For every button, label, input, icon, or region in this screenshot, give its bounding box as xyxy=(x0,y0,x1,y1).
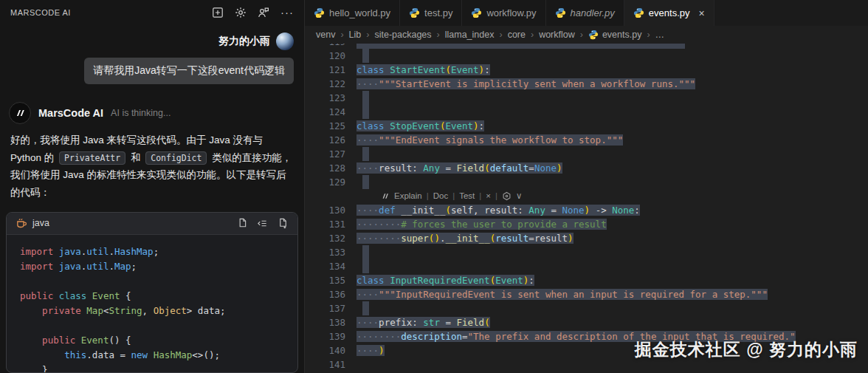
breadcrumb-item[interactable]: llama_index xyxy=(445,30,495,40)
token: ) xyxy=(479,64,485,75)
line-content: ········description="The prefix and desc… xyxy=(345,329,796,343)
new-file-icon[interactable] xyxy=(278,218,289,229)
line-content xyxy=(345,175,369,189)
line-content: ····"""EndEvent signals the workflow to … xyxy=(345,133,623,147)
user-display-name: 努力的小雨 xyxy=(218,35,270,48)
line-number: 134 xyxy=(305,259,345,273)
tab-workflow-py[interactable]: workflow.py xyxy=(462,0,545,26)
line-content: ····prefix: str = Field( xyxy=(345,315,490,329)
chat-panel-header: MARSCODE AI ··· xyxy=(0,0,304,25)
insert-at-cursor-icon[interactable] xyxy=(257,218,268,229)
marscode-chat-panel: MARSCODE AI ··· 努力的小雨 请帮我用Java转写一下这段even… xyxy=(0,0,305,373)
token: """InputRequiredEvent is sent when an in… xyxy=(379,289,768,300)
token xyxy=(20,335,42,346)
more-ellipsis-icon[interactable]: ··· xyxy=(280,9,294,16)
codelens-row: Explain|Doc|Test|×|∨ xyxy=(305,189,868,203)
breadcrumb-file[interactable]: events.py xyxy=(588,30,642,40)
code-line: } xyxy=(20,363,297,373)
token: util xyxy=(86,246,108,257)
line-number: 135 xyxy=(305,273,345,287)
selection-stub xyxy=(362,245,369,259)
line-number: 124 xyxy=(305,105,345,119)
codelens-expand-icon[interactable]: ∨ xyxy=(516,189,522,203)
code-line: 122····"""StartEvent is implicitly sent … xyxy=(305,77,868,91)
token: () xyxy=(429,233,440,244)
breadcrumb-item[interactable]: core xyxy=(508,30,526,40)
token: { xyxy=(120,290,131,301)
token: ) xyxy=(557,162,562,174)
token: .data = xyxy=(86,349,131,360)
line-text: ····"""EndEvent signals the workflow to … xyxy=(356,134,623,146)
line-text: ········# forces the user to provide a r… xyxy=(356,219,607,230)
codelens-doc[interactable]: Doc xyxy=(433,189,448,203)
code-line: 125class StopEvent(Event): xyxy=(305,119,868,133)
line-content xyxy=(345,147,369,161)
code-line: 119 xyxy=(305,44,868,49)
token xyxy=(20,305,42,316)
line-number: 128 xyxy=(305,161,345,175)
selection-stub xyxy=(362,49,369,63)
token: Field xyxy=(456,162,484,174)
token: = xyxy=(462,331,468,342)
code-line: 138····prefix: str = Field( xyxy=(305,315,868,329)
codelens-test[interactable]: Test xyxy=(459,189,475,203)
token: ···· xyxy=(356,205,379,216)
token: # forces the user to provide a result xyxy=(401,219,606,230)
user-avatar[interactable] xyxy=(276,32,294,50)
token: ········ xyxy=(356,331,401,342)
code-block-body: import java.util.HashMap;import java.uti… xyxy=(7,235,297,373)
token: public xyxy=(42,335,81,346)
token: ········ xyxy=(356,233,401,244)
breadcrumb-item[interactable]: venv xyxy=(316,30,335,40)
breadcrumb-item[interactable]: workflow xyxy=(539,30,575,40)
line-number: 121 xyxy=(305,63,345,77)
editor-tab-bar: hello_world.pytest.pyworkflow.pyhandler.… xyxy=(305,0,868,26)
chevron-right-icon: › xyxy=(437,30,440,40)
token: self xyxy=(451,205,473,216)
token: import xyxy=(20,261,59,272)
token: ) xyxy=(473,120,479,131)
breadcrumb-more[interactable]: … xyxy=(655,30,665,40)
token: Event xyxy=(81,335,109,346)
tab-hello_world-py[interactable]: hello_world.py xyxy=(305,0,400,26)
code-line: 121class StartEvent(Event): xyxy=(305,63,868,77)
tab-test-py[interactable]: test.py xyxy=(400,0,462,26)
token: () { xyxy=(108,335,131,346)
codelens-explain[interactable]: Explain xyxy=(394,189,422,203)
tab-handler-py[interactable]: handler.py xyxy=(546,0,624,26)
tab-close-icon[interactable]: × xyxy=(699,8,705,18)
line-text: class InputRequiredEvent(Event): xyxy=(356,275,534,286)
token: ; xyxy=(154,246,159,257)
token: : xyxy=(634,205,640,216)
token: String xyxy=(108,305,142,316)
token: ···· xyxy=(356,317,379,328)
line-number: 136 xyxy=(305,287,345,301)
codelens-close-icon[interactable]: × xyxy=(486,189,491,203)
breadcrumb-item[interactable]: site-packages xyxy=(374,30,431,40)
token: : xyxy=(528,275,534,286)
settings-gear-icon[interactable] xyxy=(235,7,247,18)
line-number: 141 xyxy=(305,357,345,372)
token: StopEvent xyxy=(390,120,440,131)
separator: | xyxy=(479,189,481,203)
code-line xyxy=(20,274,297,289)
selection-stub xyxy=(362,301,369,315)
breadcrumb-item[interactable]: Lib xyxy=(349,30,362,40)
token: class xyxy=(59,290,92,301)
tab-label: workflow.py xyxy=(486,7,536,18)
tab-events-py[interactable]: events.py× xyxy=(624,0,714,26)
token: Event xyxy=(445,120,473,131)
editor-lines: 119120121class StartEvent(Event):122····… xyxy=(305,44,868,372)
line-text: ········description="The prefix and desc… xyxy=(356,331,796,342)
code-line: private Map<String, Object> data; xyxy=(20,304,297,318)
line-number: 120 xyxy=(305,49,345,63)
feedback-person-icon[interactable] xyxy=(258,7,269,18)
token: ) xyxy=(585,205,590,216)
token: class xyxy=(356,275,390,286)
line-number: 119 xyxy=(305,44,345,49)
new-chat-icon[interactable] xyxy=(212,7,224,18)
codelens-ai-icon[interactable] xyxy=(502,191,512,201)
editor-code-area[interactable]: 119120121class StartEvent(Event):122····… xyxy=(305,44,868,373)
copy-icon[interactable] xyxy=(236,218,247,229)
line-content xyxy=(345,91,369,105)
